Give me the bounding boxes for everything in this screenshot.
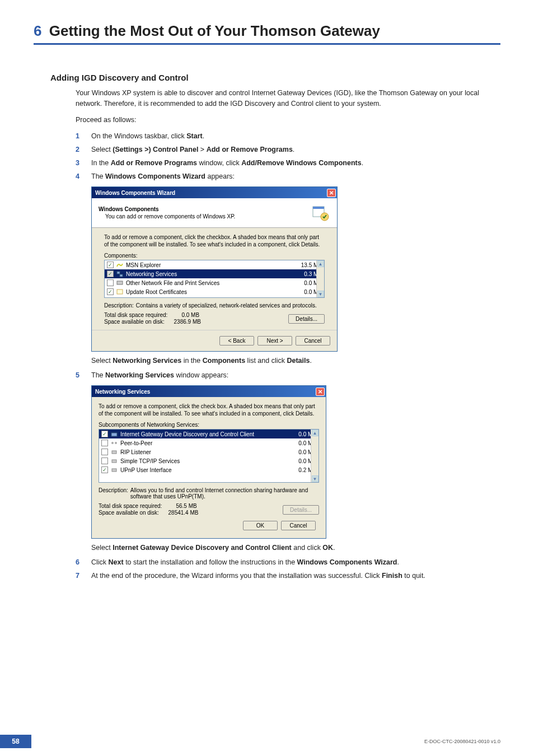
step-5-text: The Networking Services window appears:	[91, 370, 500, 381]
cancel-button[interactable]: Cancel	[281, 521, 316, 530]
upnp-icon	[110, 466, 118, 474]
network-icon	[116, 270, 124, 278]
subcomponent-row[interactable]: Simple TCP/IP Services 0.0 MB	[99, 456, 318, 465]
close-icon[interactable]: ✕	[327, 189, 336, 197]
svg-rect-12	[112, 469, 116, 472]
wizard-icon	[310, 203, 330, 223]
scrollbar[interactable]: ▲ ▼	[316, 260, 324, 297]
chapter-number: 6	[34, 22, 41, 39]
component-row[interactable]: ✓ Update Root Certificates 0.0 MB	[105, 287, 324, 296]
next-button[interactable]: Next >	[257, 336, 292, 346]
step-1-text: On the Windows taskbar, click Start.	[91, 130, 500, 142]
subcomponent-row[interactable]: Peer-to-Peer 0.0 MB	[99, 438, 318, 447]
disk-info: Total disk space required: 56.5 MB Space…	[99, 503, 198, 516]
subcomponent-row[interactable]: RIP Listener 0.0 MB	[99, 447, 318, 456]
component-row[interactable]: ✓ MSN Explorer 13.5 MB	[105, 260, 324, 269]
svg-point-9	[115, 442, 117, 444]
step-4-text: The Windows Components Wizard appears:	[91, 171, 500, 182]
close-icon[interactable]: ✕	[316, 388, 325, 396]
chapter-title: 6 Getting the Most Out of Your Thomson G…	[34, 22, 500, 45]
cancel-button[interactable]: Cancel	[296, 336, 330, 346]
subcomponent-row[interactable]: ✓ Internet Gateway Device Discovery and …	[99, 430, 318, 438]
component-label: MSN Explorer	[126, 262, 161, 268]
scroll-down-icon[interactable]: ▼	[312, 475, 318, 482]
svg-rect-11	[112, 460, 116, 463]
steps-list-cont: 5 The Networking Services window appears…	[76, 370, 500, 381]
checkbox-icon[interactable]: ✓	[107, 270, 114, 277]
checkbox-icon[interactable]: ✓	[107, 262, 114, 268]
scroll-up-icon[interactable]: ▲	[317, 260, 324, 267]
checkbox-icon[interactable]	[101, 449, 108, 455]
subcomponent-label: UPnP User Interface	[120, 467, 172, 473]
chapter-text: Getting the Most Out of Your Thomson Gat…	[45, 22, 380, 39]
svg-rect-1	[313, 207, 324, 209]
wizard-heading: Windows Components	[99, 206, 235, 212]
step-2-text: Select (Settings >) Control Panel > Add …	[91, 144, 500, 155]
details-button: Details...	[283, 505, 319, 515]
checkbox-icon[interactable]	[101, 440, 108, 446]
ok-button[interactable]: OK	[243, 521, 278, 530]
svg-rect-6	[117, 290, 123, 294]
svg-point-8	[111, 442, 114, 444]
scroll-down-icon[interactable]: ▼	[317, 291, 324, 297]
subcomponent-label: Internet Gateway Device Discovery and Co…	[120, 431, 254, 437]
wizard-header: Windows Components You can add or remove…	[92, 198, 337, 228]
subcomponents-label: Subcomponents of Networking Services:	[99, 422, 319, 428]
dialog-title: Windows Components Wizard	[95, 190, 175, 196]
subcomponent-label: Simple TCP/IP Services	[120, 458, 180, 464]
svg-rect-4	[120, 274, 123, 277]
component-label: Networking Services	[126, 271, 177, 277]
step-3-text: In the Add or Remove Programs window, cl…	[91, 157, 500, 169]
scrollbar[interactable]: ▲ ▼	[311, 430, 318, 482]
step-number: 3	[76, 157, 83, 169]
back-button[interactable]: < Back	[219, 336, 254, 346]
tcpip-icon	[110, 457, 118, 465]
subcomponent-row[interactable]: ✓ UPnP User Interface 0.2 MB	[99, 465, 318, 474]
page-number: 58	[0, 735, 31, 748]
step-6-text: Click Next to start the installation and…	[91, 557, 500, 568]
components-list[interactable]: ✓ MSN Explorer 13.5 MB ✓ Networking Serv…	[104, 260, 325, 298]
page-footer: 58 E-DOC-CTC-20080421-0010 v1.0	[0, 735, 534, 748]
disk-info: Total disk space required: 0.0 MB Space …	[104, 312, 201, 325]
component-label: Update Root Certificates	[126, 289, 187, 295]
windows-components-wizard-dialog: Windows Components Wizard ✕ Windows Comp…	[91, 186, 338, 352]
dialog-description: To add or remove a component, click the …	[99, 403, 319, 417]
step-number: 1	[76, 130, 83, 142]
scroll-up-icon[interactable]: ▲	[312, 430, 318, 436]
section-heading: Adding IGD Discovery and Control	[50, 73, 500, 82]
dialog-titlebar: Windows Components Wizard ✕	[92, 187, 337, 198]
certificate-icon	[116, 288, 124, 296]
wizard-subheading: You can add or remove components of Wind…	[105, 213, 235, 220]
checkbox-icon[interactable]	[101, 458, 108, 464]
component-row[interactable]: ✓ Networking Services 0.3 MB	[105, 269, 324, 278]
step-number: 6	[76, 557, 83, 568]
rip-icon	[110, 448, 118, 456]
step-7-text: At the end of the procedure, the Wizard …	[91, 570, 500, 581]
component-label: Other Network File and Print Services	[126, 280, 219, 286]
subcomponent-label: Peer-to-Peer	[120, 440, 152, 446]
checkbox-icon[interactable]: ✓	[101, 431, 108, 437]
description-line: Description: Contains a variety of speci…	[104, 302, 325, 309]
checkbox-icon[interactable]	[107, 279, 114, 286]
dialog-title: Networking Services	[95, 389, 150, 395]
printer-icon	[116, 279, 124, 287]
components-label: Components:	[104, 253, 325, 259]
subcomponents-list[interactable]: ✓ Internet Gateway Device Discovery and …	[99, 429, 319, 483]
svg-rect-5	[117, 281, 123, 284]
details-button[interactable]: Details...	[288, 314, 325, 324]
subcomponent-label: RIP Listener	[120, 449, 151, 455]
checkbox-icon[interactable]: ✓	[107, 288, 114, 295]
steps-list: 1 On the Windows taskbar, click Start. 2…	[76, 130, 500, 182]
msn-icon	[116, 261, 124, 269]
step4-post-text: Select Networking Services in the Compon…	[91, 355, 500, 366]
dialog-titlebar: Networking Services ✕	[92, 386, 326, 397]
step-number: 5	[76, 370, 83, 381]
step-number: 2	[76, 144, 83, 155]
svg-rect-7	[111, 433, 117, 436]
checkbox-icon[interactable]: ✓	[101, 466, 108, 473]
p2p-icon	[110, 439, 118, 447]
component-row[interactable]: Other Network File and Print Services 0.…	[105, 278, 324, 287]
step-number: 4	[76, 171, 83, 182]
step-number: 7	[76, 570, 83, 581]
svg-rect-10	[112, 451, 116, 454]
